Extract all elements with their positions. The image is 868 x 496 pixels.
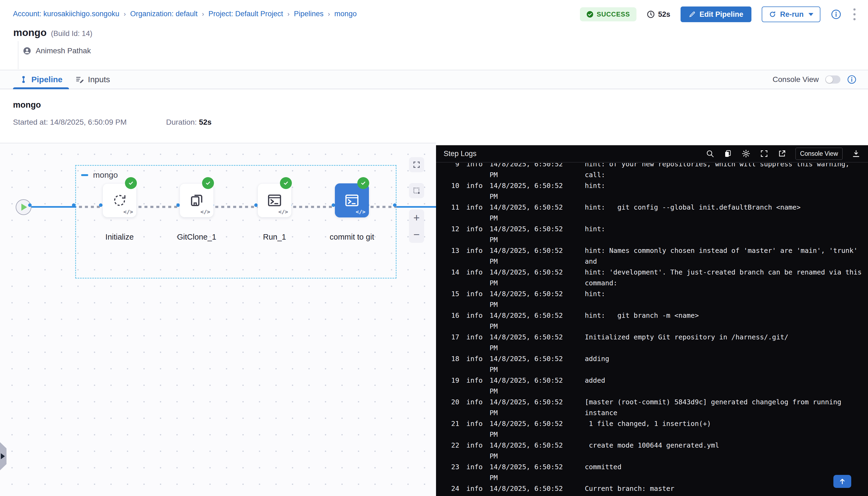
- top-bar: Account: kurosakiichigo.songoku›Organiza…: [0, 0, 868, 70]
- canvas-zoom-controls: + −: [409, 209, 424, 243]
- canvas-fullscreen-button[interactable]: [409, 157, 424, 172]
- open-in-new-icon[interactable]: [778, 149, 786, 158]
- log-copy-icon[interactable]: [724, 149, 732, 158]
- page-title: mongo (Build Id: 14): [13, 27, 92, 38]
- connector-dotted: [215, 206, 259, 208]
- step-node-run-1[interactable]: </>: [258, 183, 292, 217]
- log-level: info: [466, 245, 483, 267]
- log-timestamp: 14/8/2025, 6:50:52 PM: [490, 375, 571, 397]
- stage-group-mongo: [75, 165, 397, 279]
- step-node-gitclone-1[interactable]: </>: [180, 183, 214, 217]
- log-row: 18info14/8/2025, 6:50:52 PMadding: [446, 354, 868, 375]
- log-level: info: [466, 224, 483, 245]
- log-fullscreen-icon[interactable]: [760, 149, 769, 158]
- group-label: mongo: [93, 170, 118, 180]
- log-row: 13info14/8/2025, 6:50:52 PMhint: Names c…: [446, 245, 868, 267]
- scroll-to-top-button[interactable]: [833, 475, 851, 488]
- log-message: hint: Names commonly chosen instead of '…: [585, 245, 866, 267]
- code-glyph: </>: [356, 208, 366, 215]
- log-level: info: [466, 440, 483, 462]
- breadcrumb-item[interactable]: Organization: default: [130, 10, 198, 18]
- connector-dotted: [139, 206, 181, 208]
- log-message: [master (root-commit) 5843d9c] generated…: [585, 397, 866, 418]
- log-line-number: 22: [446, 440, 459, 462]
- log-line-number: 24: [446, 483, 459, 496]
- breadcrumb-separator: ›: [328, 10, 330, 18]
- log-message: create mode 100644 generated.yml: [585, 440, 866, 462]
- breadcrumb-item[interactable]: Account: kurosakiichigo.songoku: [13, 10, 119, 18]
- zoom-in-button[interactable]: +: [413, 212, 420, 223]
- info-icon[interactable]: [831, 9, 841, 20]
- pipeline-start-node[interactable]: [16, 199, 31, 215]
- breadcrumb-separator: ›: [202, 10, 204, 18]
- inputs-icon: [76, 75, 84, 84]
- expand-arrow-icon: [1, 453, 5, 459]
- console-view-button[interactable]: Console View: [795, 148, 842, 160]
- log-message: hint:: [585, 289, 866, 310]
- collapse-group-icon[interactable]: [81, 174, 88, 176]
- play-icon: [21, 204, 27, 211]
- info-icon[interactable]: [847, 75, 857, 84]
- started-at: Started at: 14/8/2025, 6:50:09 PM: [13, 118, 127, 127]
- rerun-button[interactable]: Re-run: [762, 6, 820, 22]
- log-row: 15info14/8/2025, 6:50:52 PMhint:: [446, 289, 868, 310]
- log-line-number: 17: [446, 332, 459, 354]
- code-glyph: </>: [200, 208, 210, 215]
- log-line-number: 14: [446, 267, 459, 289]
- duration-indicator: 52s: [647, 10, 670, 19]
- edit-pipeline-label: Edit Pipeline: [699, 10, 743, 19]
- log-message: added: [585, 375, 866, 397]
- success-badge-icon: [280, 177, 292, 189]
- run-info-section: mongo Started at: 14/8/2025, 6:50:09 PM …: [0, 89, 868, 143]
- log-line-number: 12: [446, 224, 459, 245]
- log-row: 21info14/8/2025, 6:50:52 PM 1 file chang…: [446, 418, 868, 440]
- expand-panel-handle[interactable]: [0, 442, 6, 470]
- connector-dotted: [293, 206, 336, 208]
- download-logs-icon[interactable]: [852, 149, 861, 158]
- tab-inputs-label: Inputs: [88, 75, 110, 84]
- log-row: 14info14/8/2025, 6:50:52 PMhint: 'develo…: [446, 267, 868, 289]
- log-line-number: 15: [446, 289, 459, 310]
- log-timestamp: 14/8/2025, 6:50:52 PM: [490, 462, 571, 483]
- breadcrumb-item[interactable]: Pipelines: [294, 10, 324, 18]
- step-node-initialize[interactable]: </>: [103, 183, 137, 217]
- more-options-menu[interactable]: [852, 7, 857, 22]
- terminal-icon: [266, 192, 283, 209]
- log-settings-icon[interactable]: [741, 149, 750, 158]
- step-logs-title: Step Logs: [444, 150, 477, 158]
- log-message: hint:: [585, 181, 866, 202]
- pencil-icon: [689, 11, 696, 18]
- log-message: committed: [585, 462, 866, 483]
- zoom-out-button[interactable]: −: [413, 229, 420, 240]
- pipeline-canvas[interactable]: mongo </> Initialize </> GitClone_1 </> …: [0, 143, 436, 496]
- step-label: Initialize: [90, 233, 149, 242]
- tab-inputs[interactable]: Inputs: [69, 70, 117, 89]
- run-stage-name: mongo: [13, 100, 41, 110]
- edit-pipeline-button[interactable]: Edit Pipeline: [681, 6, 751, 22]
- canvas-select-button[interactable]: [409, 183, 424, 198]
- log-output[interactable]: 9info14/8/2025, 6:50:52 PMhint: of your …: [436, 163, 868, 496]
- tab-pipeline[interactable]: Pipeline: [13, 70, 69, 89]
- header-actions: SUCCESS 52s Edit Pipeline Re-run: [580, 6, 857, 23]
- log-message: hint: git config --global init.defaultBr…: [585, 202, 866, 224]
- port: [393, 203, 397, 207]
- log-line-number: 9: [446, 163, 459, 181]
- log-level: info: [466, 418, 483, 440]
- log-row: 22info14/8/2025, 6:50:52 PM create mode …: [446, 440, 868, 462]
- breadcrumb-item[interactable]: Project: Default Project: [208, 10, 283, 18]
- step-node-commit-to-git[interactable]: </>: [335, 183, 369, 217]
- tab-pipeline-label: Pipeline: [31, 75, 62, 84]
- console-view-toggle[interactable]: [825, 75, 840, 83]
- console-view-label: Console View: [773, 75, 819, 84]
- clone-icon: [188, 192, 205, 209]
- log-line-number: 19: [446, 375, 459, 397]
- log-level: info: [466, 397, 483, 418]
- log-search-icon[interactable]: [706, 149, 714, 158]
- tab-bar: Pipeline Inputs Console View: [0, 70, 868, 89]
- log-level: info: [466, 332, 483, 354]
- log-timestamp: 14/8/2025, 6:50:52 PM: [490, 332, 571, 354]
- arrow-up-icon: [838, 477, 846, 485]
- breadcrumb-separator: ›: [124, 10, 126, 18]
- log-message: hint: 'development'. The just-created br…: [585, 267, 866, 289]
- breadcrumb-item[interactable]: mongo: [334, 10, 357, 18]
